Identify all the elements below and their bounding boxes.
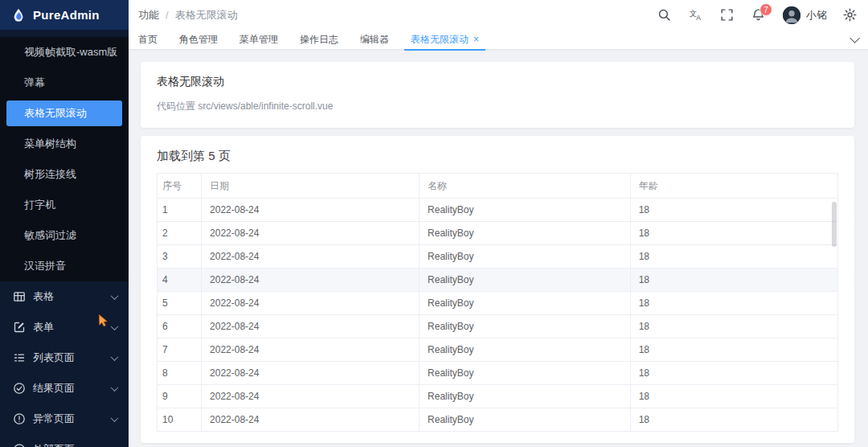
sidebar-item-外部页面[interactable]: 外部页面 <box>0 434 129 447</box>
tab-表格无限滚动[interactable]: 表格无限滚动× <box>411 30 479 50</box>
breadcrumb-item[interactable]: 功能 <box>138 8 159 23</box>
notification-badge: 7 <box>760 3 772 16</box>
table-cell: 18 <box>630 315 837 338</box>
sidebar-submenu-item[interactable]: 树形连接线 <box>0 159 129 190</box>
table-card: 加载到第 5 页 序号日期名称年龄 12022-08-24RealityBoy1… <box>141 136 854 443</box>
tab-label: 菜单管理 <box>240 34 278 45</box>
tab-label: 角色管理 <box>179 34 218 45</box>
table-cell: 18 <box>630 338 837 362</box>
search-icon[interactable] <box>657 8 671 22</box>
table-cell: 18 <box>630 385 837 408</box>
sidebar-submenu-item[interactable]: 表格无限滚动 <box>6 100 122 126</box>
table-cell: 4 <box>158 269 202 292</box>
tabs-bar: 首页角色管理菜单管理操作日志编辑器表格无限滚动× <box>129 30 868 50</box>
sidebar-item-label: 表单 <box>33 320 112 334</box>
sidebar-submenu-item[interactable]: 敏感词过滤 <box>0 220 129 251</box>
table-cell: 2022-08-24 <box>202 408 420 432</box>
droplet-icon <box>10 7 27 23</box>
sidebar-item-表格[interactable]: 表格 <box>0 281 129 312</box>
user-name[interactable]: 小铭 <box>806 8 827 23</box>
table-cell: 2022-08-24 <box>202 292 420 315</box>
sidebar-item-label: 外部页面 <box>33 442 112 447</box>
chevron-down-icon <box>111 353 119 361</box>
table-cell: RealityBoy <box>420 199 631 222</box>
table-scrollbar-thumb[interactable] <box>832 202 837 247</box>
table-cell: RealityBoy <box>420 269 631 292</box>
table-cell: 6 <box>158 315 202 338</box>
tabs-dropdown-icon[interactable] <box>850 33 860 43</box>
table-cell: 18 <box>630 222 837 245</box>
column-header: 年龄 <box>630 174 837 199</box>
sidebar-submenu-item[interactable]: 菜单树结构 <box>0 129 129 159</box>
avatar[interactable] <box>783 6 800 24</box>
tab-close-icon[interactable]: × <box>473 34 479 45</box>
table-cell: 7 <box>158 338 202 362</box>
table-cell: 10 <box>158 408 202 432</box>
tab-菜单管理[interactable]: 菜单管理 <box>240 30 278 50</box>
tab-角色管理[interactable]: 角色管理 <box>179 30 218 50</box>
sidebar-submenu-item[interactable]: 打字机 <box>0 190 129 220</box>
breadcrumb-current: 表格无限滚动 <box>175 8 238 23</box>
sidebar-submenu: 视频帧截取-wasm版弹幕表格无限滚动菜单树结构树形连接线打字机敏感词过滤汉语拼… <box>0 37 129 281</box>
table-cell: 2022-08-24 <box>202 199 420 222</box>
sidebar-submenu-item[interactable]: 汉语拼音 <box>0 251 129 281</box>
table-row: 62022-08-24RealityBoy18 <box>158 315 838 338</box>
chevron-down-icon <box>111 322 119 330</box>
page-title: 表格无限滚动 <box>157 75 838 89</box>
top-actions: 文A 7 小铭 <box>640 6 857 24</box>
table-cell: 2022-08-24 <box>202 315 420 338</box>
tab-编辑器[interactable]: 编辑器 <box>360 30 389 50</box>
result-icon <box>13 382 26 395</box>
table-cell: RealityBoy <box>420 315 631 338</box>
tab-操作日志[interactable]: 操作日志 <box>300 30 338 50</box>
table-cell: 2022-08-24 <box>202 338 420 362</box>
app-window: PureAdmin 视频帧截取-wasm版弹幕表格无限滚动菜单树结构树形连接线打… <box>0 0 868 447</box>
exception-icon <box>13 412 26 425</box>
table-cell: 2022-08-24 <box>202 269 420 292</box>
sidebar-item-表单[interactable]: 表单 <box>0 312 129 342</box>
external-link-icon <box>13 443 26 447</box>
tab-label: 编辑器 <box>360 34 389 45</box>
tab-首页[interactable]: 首页 <box>138 30 158 50</box>
table-row: 92022-08-24RealityBoy18 <box>158 385 838 408</box>
table-cell: 2022-08-24 <box>202 362 420 385</box>
table-row: 32022-08-24RealityBoy18 <box>158 245 838 269</box>
table-row: 52022-08-24RealityBoy18 <box>158 292 838 315</box>
sidebar-item-列表页面[interactable]: 列表页面 <box>0 342 129 373</box>
column-header: 序号 <box>158 174 202 199</box>
sidebar-item-label: 表格无限滚动 <box>24 107 87 119</box>
code-location: 代码位置 src/views/able/infinite-scroll.vue <box>157 100 838 113</box>
translate-icon[interactable]: 文A <box>689 8 702 22</box>
sidebar-item-异常页面[interactable]: 异常页面 <box>0 404 129 434</box>
fullscreen-icon[interactable] <box>720 8 734 22</box>
settings-icon[interactable] <box>843 8 857 22</box>
sidebar-item-结果页面[interactable]: 结果页面 <box>0 373 129 404</box>
table-row: 42022-08-24RealityBoy18 <box>158 269 838 292</box>
infinite-scroll-table: 序号日期名称年龄 12022-08-24RealityBoy1822022-08… <box>157 173 838 432</box>
table-row: 82022-08-24RealityBoy18 <box>158 362 838 385</box>
tab-label: 表格无限滚动 <box>411 34 469 45</box>
breadcrumb-separator: / <box>166 9 169 21</box>
chevron-down-icon <box>111 383 119 392</box>
top-bar: 功能 / 表格无限滚动 文A 7 小铭 <box>129 0 868 30</box>
table-row: 12022-08-24RealityBoy18 <box>158 199 838 222</box>
table-icon <box>13 290 26 303</box>
table-cell: RealityBoy <box>420 245 631 269</box>
sidebar-item-label: 汉语拼音 <box>24 260 66 272</box>
table-cell: 8 <box>158 362 202 385</box>
sidebar-item-label: 列表页面 <box>33 351 112 365</box>
brand-logo[interactable]: PureAdmin <box>0 0 129 30</box>
table-cell: 2022-08-24 <box>202 385 420 408</box>
sidebar-submenu-item[interactable]: 视频帧截取-wasm版 <box>0 37 129 68</box>
load-status: 加载到第 5 页 <box>157 149 838 164</box>
sidebar-item-label: 树形连接线 <box>24 168 76 180</box>
sidebar-submenu-item[interactable]: 弹幕 <box>0 68 129 98</box>
column-header: 名称 <box>420 174 631 199</box>
table-cell: 5 <box>158 292 202 315</box>
sidebar-item-label: 菜单树结构 <box>24 137 76 150</box>
table-cell: 18 <box>630 292 837 315</box>
list-icon <box>13 351 26 364</box>
sidebar-item-label: 结果页面 <box>33 381 112 396</box>
bell-icon[interactable]: 7 <box>751 8 765 22</box>
table-cell: 18 <box>630 269 837 292</box>
